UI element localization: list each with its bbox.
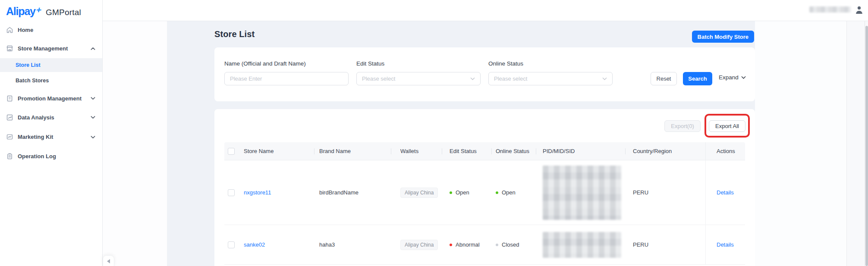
chevron-down-icon [91, 135, 95, 139]
reset-button[interactable]: Reset [651, 72, 677, 85]
col-online-status: Online Status [491, 142, 536, 160]
product-name: GMPortal [46, 8, 81, 17]
sidebar-collapse-handle[interactable] [103, 255, 114, 266]
brand-name-text: birdBrandName [319, 189, 359, 196]
top-header-bar [103, 0, 868, 21]
status-dot [450, 244, 452, 246]
chevron-down-icon [741, 76, 746, 79]
name-input[interactable] [230, 75, 343, 82]
edit-status-text: Abnormal [456, 241, 480, 248]
col-actions: Actions [705, 142, 745, 160]
user-avatar-icon[interactable] [855, 6, 863, 14]
edit-status-placeholder: Please select [362, 75, 470, 82]
sidebar-item-store-list[interactable]: Store List [0, 58, 102, 72]
wallet-tag: Alipay China [400, 188, 438, 198]
scrollbar-track [865, 21, 865, 266]
details-link[interactable]: Details [717, 241, 734, 248]
store-name-link[interactable]: sanke02 [244, 241, 265, 248]
marketing-icon [6, 133, 13, 141]
brand-logo: Alipay+ GMPortal [0, 0, 102, 19]
sidebar-item-label: Data Analysis [18, 114, 54, 121]
expand-toggle[interactable]: Expand [719, 74, 746, 81]
brand-name-text: haha3 [319, 241, 335, 248]
alipay-plus-glyph: + [35, 5, 42, 15]
edit-status-select[interactable]: Please select [356, 72, 481, 85]
chevron-down-icon [602, 77, 607, 81]
online-status-select[interactable]: Please select [488, 72, 613, 85]
online-status-text: Open [502, 189, 516, 196]
status-dot [450, 191, 452, 194]
sidebar-item-label: Promotion Management [18, 95, 82, 102]
online-status-text: Closed [502, 241, 519, 248]
sidebar-item-label: Marketing Kit [18, 134, 53, 140]
online-status-placeholder: Please select [494, 75, 602, 82]
online-status-label: Online Status [488, 60, 523, 67]
select-all-checkbox[interactable] [228, 148, 235, 155]
col-wallets: Wallets [391, 142, 442, 160]
app-window: Alipay+ GMPortal Home Store Management S… [0, 0, 868, 266]
store-icon [6, 45, 13, 52]
sidebar-item-batch-stores[interactable]: Batch Stores [0, 72, 102, 89]
store-table: Store Name Brand Name Wallets Edit Statu… [224, 142, 745, 265]
alipay-logo: Alipay [6, 5, 35, 18]
sidebar-item-label: Batch Stores [16, 78, 49, 84]
row-checkbox[interactable] [228, 189, 235, 196]
vertical-scrollbar-thumb[interactable] [865, 26, 868, 266]
wallet-tag: Alipay China [400, 240, 438, 250]
export-selected-button[interactable]: Export(0) [664, 120, 701, 132]
status-dot [496, 191, 498, 194]
chevron-up-icon [91, 47, 95, 50]
redacted-pid-block [543, 166, 621, 220]
search-button[interactable]: Search [683, 72, 712, 85]
country-text: PERU [633, 241, 648, 248]
table-row-sanke02: sanke02 haha3 Alipay China Abnormal Clos… [224, 225, 745, 265]
sidebar-item-operation-log[interactable]: Operation Log [0, 147, 102, 166]
clipboard-icon [6, 153, 13, 160]
redacted-pid-block [543, 232, 621, 258]
edit-status-text: Open [456, 189, 469, 196]
promotion-icon [6, 95, 13, 102]
row-checkbox[interactable] [228, 241, 235, 248]
sidebar-item-home[interactable]: Home [0, 21, 102, 39]
details-link[interactable]: Details [717, 189, 734, 196]
sidebar-item-label: Operation Log [18, 153, 56, 160]
sidebar: Alipay+ GMPortal Home Store Management S… [0, 0, 103, 266]
col-brand-name: Brand Name [314, 142, 391, 160]
col-edit-status: Edit Status [442, 142, 491, 160]
sidebar-item-data-analysis[interactable]: Data Analysis [0, 107, 102, 127]
col-pid: PID/MID/SID [536, 142, 625, 160]
status-dot [496, 244, 498, 246]
sidebar-item-label: Home [18, 27, 33, 33]
sidebar-item-marketing-kit[interactable]: Marketing Kit [0, 127, 102, 147]
edit-status-label: Edit Status [356, 60, 384, 67]
main-content: Store List Batch Modify Store Name (Offi… [167, 21, 755, 266]
sidebar-item-label: Store Management [18, 45, 68, 52]
country-text: PERU [633, 189, 648, 196]
chevron-down-icon [91, 116, 95, 119]
col-store-name: Store Name [239, 142, 314, 160]
export-all-button[interactable]: Export All [709, 120, 745, 132]
page-right-margin [755, 21, 846, 266]
sidebar-nav: Home Store Management Store List Batch S… [0, 21, 102, 166]
store-name-link[interactable]: nxgstore11 [244, 189, 271, 196]
filter-name-label: Name (Official and Draft Name) [224, 60, 306, 67]
sidebar-item-store-management[interactable]: Store Management [0, 39, 102, 58]
name-input-wrapper [224, 72, 349, 85]
table-header-row: Store Name Brand Name Wallets Edit Statu… [224, 142, 745, 160]
home-icon [6, 26, 13, 34]
sidebar-item-label: Store List [16, 62, 41, 68]
table-row-nxgstore11: nxgstore11 birdBrandName Alipay China Op… [224, 160, 745, 225]
sidebar-item-promotion-management[interactable]: Promotion Management [0, 89, 102, 107]
chevron-down-icon [91, 97, 95, 100]
page-title: Store List [214, 29, 255, 39]
chevron-down-icon [470, 77, 475, 81]
collapse-left-arrow-icon [107, 259, 110, 263]
filter-panel: Name (Official and Draft Name) Edit Stat… [214, 47, 755, 101]
chart-icon [6, 114, 13, 121]
batch-modify-store-button[interactable]: Batch Modify Store [692, 31, 754, 43]
col-country: Country/Region [625, 142, 705, 160]
expand-label: Expand [719, 74, 739, 81]
redacted-user-email [809, 6, 851, 13]
store-table-panel: Export(0) Export All Store Name Brand Na… [214, 109, 755, 266]
